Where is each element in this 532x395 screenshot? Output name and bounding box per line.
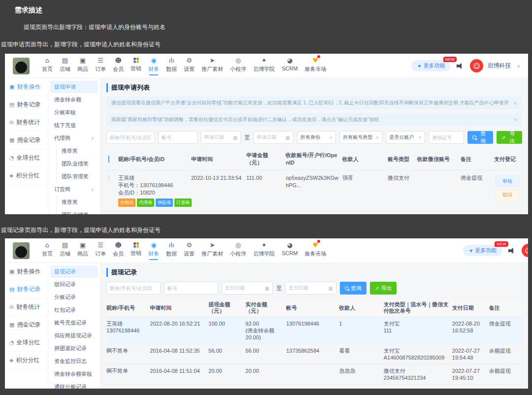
submenu-item[interactable]: 账号充值记录 xyxy=(50,317,98,329)
submenu-item[interactable]: 资金监控日志 xyxy=(50,355,98,367)
nav-label: 营销 xyxy=(131,65,141,72)
select-all-checkbox[interactable] xyxy=(108,156,109,163)
nav-item-shop[interactable]: ▤店铺 xyxy=(60,241,70,258)
column-header: 帐号 xyxy=(286,305,339,311)
submenu-item[interactable]: 红包记录 xyxy=(50,304,98,316)
close-icon[interactable]: × xyxy=(513,99,517,107)
nav-item-finance[interactable]: ◉财务 xyxy=(148,57,159,75)
submenu-item[interactable]: 提现记录 xyxy=(50,265,98,278)
submenu-item[interactable]: 提现申请 xyxy=(50,81,98,93)
submenu-item[interactable]: 佣金转余额审核 xyxy=(50,368,98,380)
nav-item-settings[interactable]: ⚙设置 xyxy=(184,241,195,258)
text-input[interactable] xyxy=(162,135,194,140)
company-avatar[interactable]: ☺ xyxy=(522,244,528,257)
nav-item-market[interactable]: ♥服务市场 xyxy=(304,241,326,258)
submenu-item[interactable]: 分账审核 xyxy=(50,106,98,119)
nav-item-marketing[interactable]: 营销 xyxy=(131,57,141,72)
nav-item-member[interactable]: ☻会员 xyxy=(113,241,124,258)
nav-item-miniapp[interactable]: ◎小程序 xyxy=(230,57,246,73)
submenu-item[interactable]: 订货商∨ xyxy=(50,183,98,196)
record-cell: Yan♥li15825526904 xyxy=(106,385,150,389)
nav-item-scrm[interactable]: ◕SCRM xyxy=(282,241,298,256)
export-button[interactable]: ↗导出 xyxy=(370,282,397,295)
search-button[interactable]: 查询 xyxy=(340,282,366,295)
nav-item-finance[interactable]: ◉财务 xyxy=(148,241,159,260)
select-dropdown[interactable]: 所有身份∨ xyxy=(297,131,336,144)
text-input[interactable] xyxy=(432,135,461,140)
announcement-speaker-icon[interactable] xyxy=(508,247,516,254)
submenu-item[interactable]: 线下充值 xyxy=(50,119,98,132)
sidebar-item-comm[interactable]: ▦佣金记录 xyxy=(5,132,48,149)
submenu-item[interactable]: 通联分账记录 xyxy=(50,381,98,389)
date-input[interactable]: 支付日期▦ xyxy=(222,282,273,295)
sidebar-item-stat[interactable]: ılı财务统计 xyxy=(5,114,48,132)
export-button[interactable]: ↗导出 xyxy=(497,131,522,144)
close-icon[interactable]: × xyxy=(513,116,517,124)
nav-item-goods[interactable]: ▣商品 xyxy=(77,57,88,73)
nav-item-promo[interactable]: ➤推广素材 xyxy=(201,57,223,73)
text-input[interactable] xyxy=(167,286,215,291)
search-button[interactable]: 查询 xyxy=(467,131,493,144)
sidebar-item-globe[interactable]: ◔全球分红 xyxy=(5,334,48,352)
submenu-item[interactable]: 分账记录 xyxy=(50,291,98,303)
nav-item-data[interactable]: ılı数据 xyxy=(166,57,177,73)
submenu-item[interactable]: 推荐奖 xyxy=(56,145,98,157)
announcement-speaker-icon[interactable] xyxy=(457,63,464,69)
submenu-item[interactable]: 团队业绩奖 xyxy=(56,158,98,170)
nav-item-academy[interactable]: ✦启博学院 xyxy=(253,57,275,73)
topbar-1: ⌂首页▤店铺▣商品☰订单☻会员营销◉财务ılı数据⚙设置➤推广素材◎小程序✦启博… xyxy=(5,54,528,78)
submenu-item[interactable]: 拼团退款记录 xyxy=(50,342,98,355)
text-input[interactable] xyxy=(110,135,151,140)
submenu-item[interactable]: 推荐奖 xyxy=(56,196,98,208)
nav-item-settings[interactable]: ⚙设置 xyxy=(184,57,195,73)
submenu-item[interactable]: 佣金转余额 xyxy=(50,94,98,106)
sidebar-item-op[interactable]: ▣财务操作 xyxy=(5,78,48,96)
payee-name-cell: 1 xyxy=(342,211,388,214)
submenu-item-label: 分账记录 xyxy=(54,294,76,301)
sidebar-item-stat[interactable]: ılı财务统计 xyxy=(5,298,48,316)
nav-item-order[interactable]: ☰订单 xyxy=(95,57,106,73)
column-header: 支付日期 xyxy=(452,305,489,311)
sidebar-item-rec[interactable]: ▤财务记录 xyxy=(5,281,48,298)
text-input[interactable] xyxy=(110,286,157,291)
date-placeholder: 支付日期 xyxy=(225,285,245,292)
nav-item-order[interactable]: ☰订单 xyxy=(95,241,106,258)
nav-item-promo[interactable]: ➤推广素材 xyxy=(201,241,223,258)
sidebar-item-comm[interactable]: ▦佣金记录 xyxy=(5,316,48,334)
nav-item-scrm[interactable]: ◕SCRM xyxy=(282,57,298,71)
submenu-item[interactable]: 代理商∨ xyxy=(50,132,98,144)
sidebar-item-globe[interactable]: ◔全球分红 xyxy=(5,149,48,167)
sidebar-item-pts[interactable]: ◈积分分红 xyxy=(5,352,48,369)
sidebar-item-rec[interactable]: ▤财务记录 xyxy=(5,96,48,114)
nav-item-miniapp[interactable]: ◎小程序 xyxy=(230,241,246,258)
review-button[interactable]: 审核 xyxy=(496,175,519,187)
company-avatar[interactable]: ☺ xyxy=(470,59,483,72)
wechat-account-cell xyxy=(417,170,461,178)
nav-item-home[interactable]: ⌂首页 xyxy=(42,241,53,258)
more-features-button[interactable]: ➤更多功能NEW xyxy=(411,60,451,71)
submenu-item[interactable]: 驳回记录 xyxy=(50,278,98,291)
nav-item-shop[interactable]: ▤店铺 xyxy=(60,57,70,73)
nav-item-goods[interactable]: ▣商品 xyxy=(77,241,88,258)
nav-item-market[interactable]: ♥服务市场 xyxy=(304,57,326,73)
nav-item-academy[interactable]: ✦启博学院 xyxy=(253,241,275,258)
nav-item-marketing[interactable]: 营销 xyxy=(131,241,141,257)
date-input[interactable]: 支付日期▦ xyxy=(285,282,336,295)
chevron-down-icon[interactable]: ∨ xyxy=(517,64,520,68)
submenu-item[interactable]: 团队管理奖 xyxy=(56,170,98,183)
sidebar-item-pts[interactable]: ◈积分分红 xyxy=(5,167,48,185)
more-features-button[interactable]: ➤更多功能NEW xyxy=(463,245,502,256)
nav-item-home[interactable]: ⌂首页 xyxy=(42,57,53,73)
submenu-item[interactable]: 团队业绩奖 xyxy=(56,209,98,214)
nav-item-data[interactable]: ılı数据 xyxy=(166,241,177,258)
record-cell: 100.00 xyxy=(208,317,245,330)
nav-item-member[interactable]: ☻会员 xyxy=(113,57,124,73)
select-dropdown[interactable]: 所有账号类型∨ xyxy=(339,131,382,144)
row-checkbox[interactable] xyxy=(108,174,109,181)
select-dropdown[interactable]: 是否云账户∨ xyxy=(386,131,425,144)
date-input[interactable]: 申请日期▦ xyxy=(253,131,293,144)
submenu-item[interactable]: 供应商提现记录 xyxy=(50,329,98,342)
date-input[interactable]: 申请日期▦ xyxy=(201,131,241,144)
reject-button[interactable]: 驳回 xyxy=(496,189,519,200)
sidebar-item-op[interactable]: ▣财务操作 xyxy=(5,263,48,281)
